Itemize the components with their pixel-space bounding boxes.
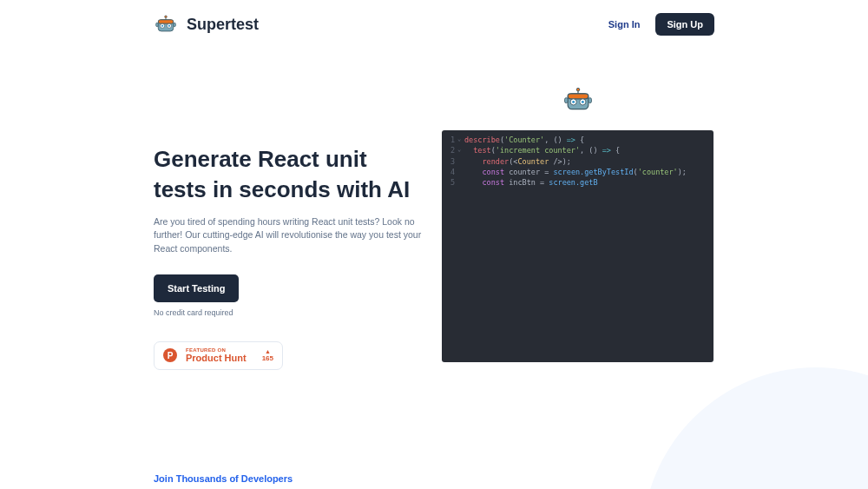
vote-count: 165 xyxy=(262,354,273,362)
code-content: describe('Counter', () => { xyxy=(463,135,584,145)
svg-point-16 xyxy=(572,101,575,103)
footer-tagline: Join Thousands of Developers xyxy=(154,473,293,484)
svg-rect-1 xyxy=(158,20,174,23)
hero-section: Generate React unit tests in seconds wit… xyxy=(154,83,423,370)
robot-icon-large xyxy=(562,87,595,123)
code-preview-section: 1⌄describe('Counter', () => {2⌄ test('in… xyxy=(442,83,713,370)
svg-rect-8 xyxy=(156,23,159,26)
svg-rect-19 xyxy=(588,98,591,103)
robot-decoration xyxy=(442,83,713,122)
background-decoration xyxy=(642,367,868,489)
product-hunt-text: FEATURED ON Product Hunt xyxy=(186,347,247,364)
code-editor: 1⌄describe('Counter', () => {2⌄ test('in… xyxy=(442,130,713,362)
svg-rect-11 xyxy=(568,94,589,99)
brand-name: Supertest xyxy=(187,16,259,34)
no-credit-note: No credit card required xyxy=(154,308,423,317)
code-line: 3 render(<Counter />); xyxy=(442,156,713,167)
signin-button[interactable]: Sign In xyxy=(608,19,641,30)
auth-buttons: Sign In Sign Up xyxy=(608,13,714,36)
code-content: render(<Counter />); xyxy=(463,156,571,167)
line-number: 4 xyxy=(442,167,457,177)
code-line: 2⌄ test('increment counter', () => { xyxy=(442,145,713,155)
hero-title: Generate React unit tests in seconds wit… xyxy=(154,144,423,205)
svg-rect-9 xyxy=(174,23,176,26)
code-content: const incBtn = screen.getB xyxy=(463,177,598,188)
code-line: 5 const incBtn = screen.getB xyxy=(442,177,713,188)
svg-point-2 xyxy=(165,16,168,18)
main-content: Generate React unit tests in seconds wit… xyxy=(0,49,868,370)
line-number: 3 xyxy=(442,156,457,167)
product-hunt-sub: FEATURED ON xyxy=(186,347,247,354)
header: Supertest Sign In Sign Up xyxy=(0,0,868,49)
product-hunt-icon: P xyxy=(163,348,177,362)
code-content: const counter = screen.getByTestId('coun… xyxy=(463,167,687,177)
upvote-icon: ▲ xyxy=(265,348,271,354)
svg-point-17 xyxy=(581,101,583,103)
product-hunt-badge[interactable]: P FEATURED ON Product Hunt ▲ 165 xyxy=(154,341,283,370)
svg-point-12 xyxy=(576,88,580,91)
svg-point-6 xyxy=(161,25,163,27)
svg-rect-18 xyxy=(564,98,568,103)
hero-description: Are you tired of spending hours writing … xyxy=(154,215,423,255)
signup-button[interactable]: Sign Up xyxy=(655,13,714,36)
line-number: 5 xyxy=(442,177,457,188)
start-testing-button[interactable]: Start Testing xyxy=(154,274,239,302)
logo-section[interactable]: Supertest xyxy=(154,12,259,36)
line-number: 1 xyxy=(442,135,457,145)
product-hunt-main: Product Hunt xyxy=(186,353,247,363)
svg-point-7 xyxy=(168,25,170,27)
robot-icon xyxy=(154,12,178,36)
product-hunt-votes: ▲ 165 xyxy=(262,348,273,362)
code-line: 4 const counter = screen.getByTestId('co… xyxy=(442,167,713,177)
code-content: test('increment counter', () => { xyxy=(463,145,620,155)
line-number: 2 xyxy=(442,145,457,155)
code-line: 1⌄describe('Counter', () => { xyxy=(442,135,713,145)
